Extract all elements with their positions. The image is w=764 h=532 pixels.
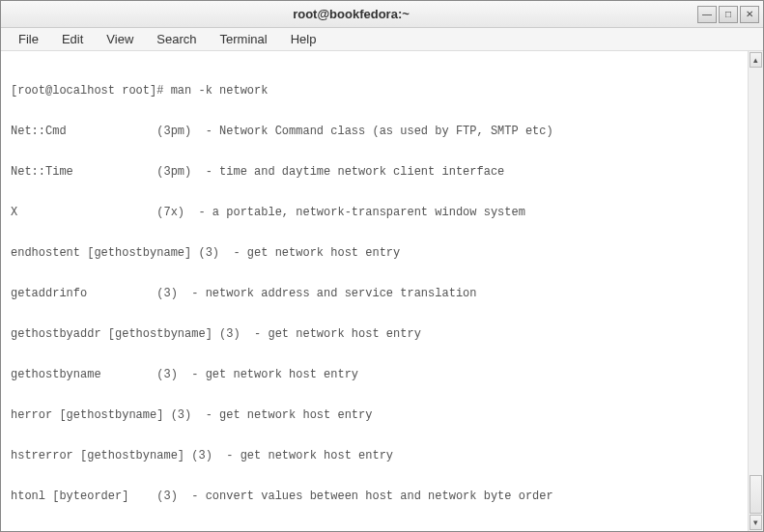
output-line: getaddrinfo (3) - network address and se… — [11, 287, 738, 300]
prompt-line: [root@localhost root]# man -k network — [11, 84, 738, 98]
terminal-output[interactable]: [root@localhost root]# man -k network Ne… — [1, 51, 748, 531]
terminal-area: [root@localhost root]# man -k network Ne… — [1, 51, 763, 531]
menu-terminal[interactable]: Terminal — [209, 30, 279, 48]
output-line: Net::Cmd (3pm) - Network Command class (… — [11, 125, 738, 138]
window-buttons: — □ ✕ — [697, 6, 759, 23]
menu-edit[interactable]: Edit — [50, 30, 95, 48]
output-line: Net::Time (3pm) - time and daytime netwo… — [11, 165, 738, 179]
menu-search[interactable]: Search — [145, 30, 208, 48]
scroll-down-button[interactable]: ▾ — [750, 515, 762, 530]
scroll-up-button[interactable]: ▴ — [750, 52, 762, 68]
output-line: hstrerror [gethostbyname] (3) - get netw… — [11, 449, 738, 462]
menubar: File Edit View Search Terminal Help — [1, 28, 763, 51]
window-title: root@bookfedora:~ — [5, 7, 697, 21]
titlebar: root@bookfedora:~ — □ ✕ — [1, 1, 763, 28]
output-line: herror [gethostbyname] (3) - get network… — [11, 408, 738, 422]
menu-view[interactable]: View — [95, 30, 145, 48]
output-line: htonl [byteorder] (3) - convert values b… — [11, 490, 738, 503]
output-line: gethostbyname (3) - get network host ent… — [11, 368, 738, 381]
scroll-thumb[interactable] — [750, 475, 762, 514]
menu-help[interactable]: Help — [279, 30, 328, 48]
scroll-track[interactable] — [749, 69, 763, 514]
output-line: gethostbyaddr [gethostbyname] (3) - get … — [11, 327, 738, 341]
minimize-button[interactable]: — — [697, 6, 717, 23]
menu-file[interactable]: File — [7, 30, 50, 48]
maximize-button[interactable]: □ — [719, 6, 738, 23]
output-line: X (7x) - a portable, network-transparent… — [11, 206, 738, 219]
output-line: endhostent [gethostbyname] (3) - get net… — [11, 246, 738, 260]
scrollbar[interactable]: ▴ ▾ — [748, 51, 763, 531]
output-line: htons [byteorder] (3) - convert values b… — [11, 530, 738, 531]
close-button[interactable]: ✕ — [740, 6, 759, 23]
